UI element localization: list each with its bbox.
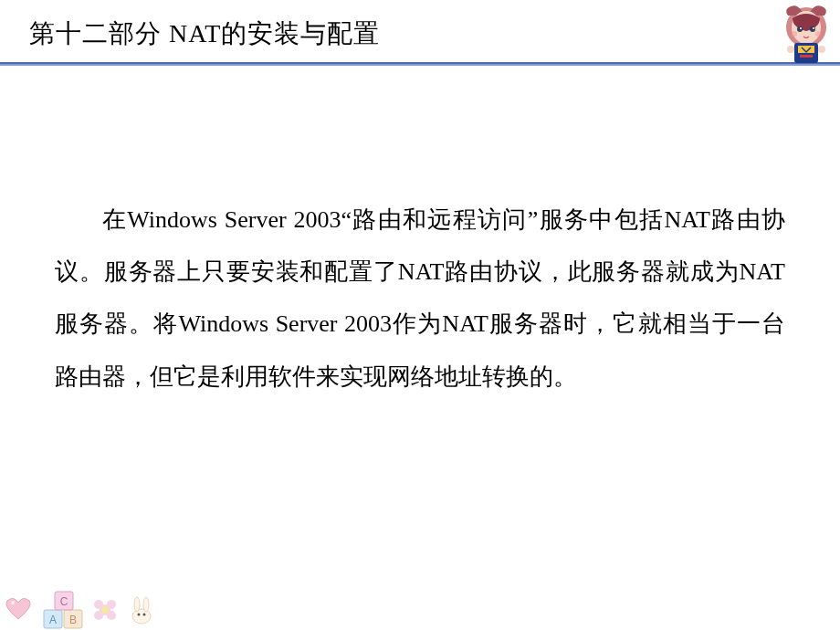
header-divider [0,62,840,66]
svg-text:A: A [49,614,57,626]
svg-point-21 [94,600,103,609]
svg-point-12 [818,46,825,53]
svg-point-13 [11,601,15,604]
footer-decoration: A B C [0,584,840,630]
svg-point-29 [138,614,141,616]
avatar-decoration [774,2,838,66]
svg-point-27 [134,597,140,612]
svg-point-5 [813,27,814,29]
svg-point-6 [792,31,797,37]
slide-header: 第十二部分 NAT的安装与配置 [0,0,840,66]
svg-point-7 [815,31,821,37]
svg-point-25 [101,606,109,614]
svg-point-23 [94,611,103,620]
svg-point-2 [797,26,803,32]
svg-point-28 [143,597,149,612]
body-paragraph: 在Windows Server 2003“路由和远程访问”服务中包括NAT路由协… [55,194,785,403]
svg-rect-10 [800,55,813,58]
svg-text:B: B [69,614,77,626]
svg-point-30 [143,614,146,616]
svg-point-24 [107,611,116,620]
slide-content: 在Windows Server 2003“路由和远程访问”服务中包括NAT路由协… [0,66,840,403]
svg-point-3 [810,26,815,32]
svg-point-4 [800,27,802,29]
svg-point-22 [107,600,116,609]
svg-point-11 [787,46,794,53]
page-title: 第十二部分 NAT的安装与配置 [29,16,840,51]
svg-text:C: C [60,595,68,608]
